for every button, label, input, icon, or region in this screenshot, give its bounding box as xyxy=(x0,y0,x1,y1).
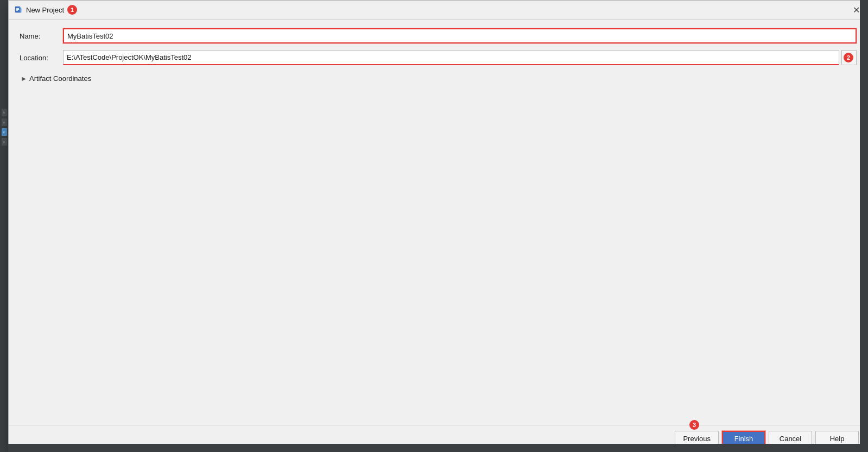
title-badge: 1 xyxy=(67,5,77,15)
name-row: Name: xyxy=(20,28,857,43)
title-bar: New Project 1 ✕ xyxy=(9,1,867,20)
ide-sidebar: n n c n xyxy=(0,0,8,452)
ide-sidebar-mark-2: n xyxy=(2,118,7,126)
finish-badge: 3 xyxy=(689,420,699,430)
ide-sidebar-mark-4: n xyxy=(2,138,7,146)
dialog-content: Name: Location: 2 📂 ▶ Artifact Coordinat… xyxy=(9,20,867,425)
dialog-icon xyxy=(14,5,23,14)
bottom-bar xyxy=(8,444,868,452)
artifact-label: Artifact Coordinates xyxy=(29,74,91,83)
location-label: Location: xyxy=(20,54,63,62)
svg-rect-2 xyxy=(16,9,19,10)
dialog-title: New Project xyxy=(26,6,64,14)
expand-arrow-icon: ▶ xyxy=(20,74,28,83)
new-project-dialog: New Project 1 ✕ Name: Location: 2 📂 ▶ Ar… xyxy=(8,0,868,452)
location-input-wrapper: 2 xyxy=(63,50,839,65)
name-input[interactable] xyxy=(63,28,857,43)
svg-rect-3 xyxy=(16,10,18,11)
location-badge: 2 xyxy=(844,53,853,62)
title-bar-left: New Project 1 xyxy=(14,5,77,15)
location-row: Location: 2 📂 xyxy=(20,50,857,65)
svg-rect-1 xyxy=(16,8,19,9)
svg-rect-5 xyxy=(20,8,21,12)
artifact-coordinates-row[interactable]: ▶ Artifact Coordinates xyxy=(20,72,857,85)
ide-sidebar-mark-3: c xyxy=(2,128,7,136)
ide-sidebar-mark-1: n xyxy=(2,109,7,116)
location-input[interactable] xyxy=(63,50,839,65)
right-edge xyxy=(860,0,868,452)
name-label: Name: xyxy=(20,32,63,40)
